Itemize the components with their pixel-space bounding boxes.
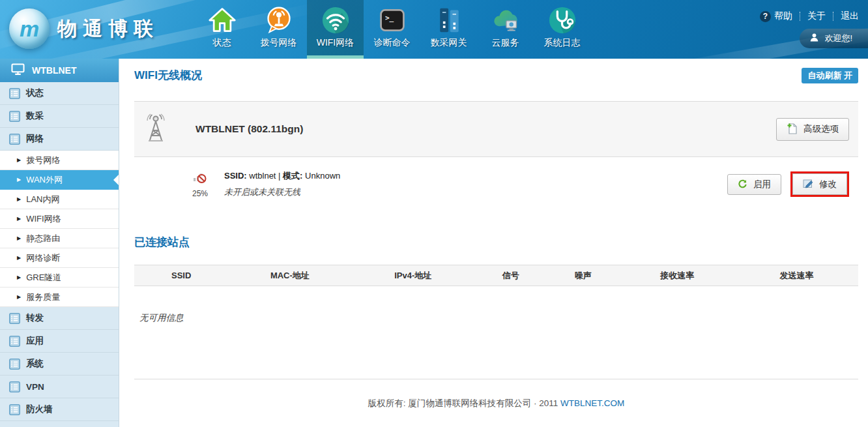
sidebar-item-forward[interactable]: 转发 <box>0 307 119 330</box>
sidebar-item-static-route[interactable]: ▶静态路由 <box>0 229 119 248</box>
nav-tab-cloud-service[interactable]: 云服务 <box>477 0 534 59</box>
nav-tab-label: 云服务 <box>492 37 519 49</box>
wifi-ssid-row: 25% SSID: wtblnet | 模式: Unknown 未开启或未关联无… <box>134 157 858 215</box>
welcome-text: 欢迎您! <box>824 33 852 44</box>
sidebar-items: 状态数采网络▶拨号网络▶WAN外网▶LAN内网▶WIFI网络▶静态路由▶网络诊断… <box>0 82 119 421</box>
list-icon <box>9 359 20 370</box>
welcome-pill: 欢迎您! <box>800 29 868 48</box>
sidebar-filler-row <box>0 421 119 427</box>
list-icon <box>9 404 20 415</box>
list-icon <box>9 336 20 347</box>
sidebar-item-label: 拨号网络 <box>26 155 60 166</box>
list-icon <box>9 313 20 324</box>
nav-tab-label: 状态 <box>213 37 231 49</box>
column-header: MAC-地址 <box>228 270 351 282</box>
page-plus-icon <box>787 123 798 136</box>
list-icon <box>9 134 20 145</box>
nav-tab-system-log[interactable]: 系统日志 <box>534 0 590 59</box>
brand-logo-glyph: m <box>20 16 39 42</box>
nav-tab-dial-network[interactable]: 拨号网络 <box>250 0 307 59</box>
copyright-text: 版权所有: 厦门物通博联网络科技有限公司 · 2011 <box>368 398 560 408</box>
sidebar-item-vpn[interactable]: VPN <box>0 375 119 398</box>
auto-refresh-toggle[interactable]: 自动刷新 开 <box>802 68 858 83</box>
logout-link-label: 退出 <box>841 10 859 22</box>
arrow-right-icon: ▶ <box>17 274 21 280</box>
sidebar-item-system[interactable]: 系统 <box>0 353 119 375</box>
stations-table-header: SSIDMAC-地址IPv4-地址信号噪声接收速率发送速率 <box>134 265 858 286</box>
sidebar-item-label: 服务质量 <box>26 291 60 303</box>
modify-button[interactable]: 修改 <box>792 173 847 195</box>
logout-link[interactable]: 退出 <box>841 10 859 22</box>
broadcast-bubble-icon <box>265 5 293 36</box>
highlight-red-box: 修改 <box>790 171 849 197</box>
nav-tab-label: 数采网关 <box>431 37 467 49</box>
signal-percent: 25% <box>186 189 214 198</box>
sidebar-item-gre-tunnel[interactable]: ▶GRE隧道 <box>0 268 119 287</box>
enable-button-label: 启用 <box>753 179 771 190</box>
enable-button[interactable]: 启用 <box>727 174 781 195</box>
nav-tab-diagnostic-command[interactable]: >_ 诊断命令 <box>364 0 420 59</box>
nav-tab-label: 诊断命令 <box>374 37 411 49</box>
sidebar-title: WTBLNET <box>32 65 76 76</box>
advanced-options-label: 高级选项 <box>803 123 839 135</box>
sidebar-item-wan[interactable]: ▶WAN外网 <box>0 170 119 190</box>
wtblnet-link[interactable]: WTBLNET.COM <box>560 398 624 408</box>
sidebar-item-status[interactable]: 状态 <box>0 82 119 105</box>
sidebar-item-data-collect[interactable]: 数采 <box>0 105 119 128</box>
list-icon <box>9 88 20 99</box>
sidebar-item-net-diagnosis[interactable]: ▶网络诊断 <box>0 248 119 268</box>
sidebar-item-dial-network[interactable]: ▶拨号网络 <box>0 151 119 170</box>
nav-tab-data-gateway[interactable]: 数采网关 <box>420 0 477 59</box>
ssid-mode-line: SSID: wtblnet | 模式: Unknown <box>224 170 340 182</box>
nav-tab-label: 拨号网络 <box>261 37 297 49</box>
nav-tab-wifi-network[interactable]: WIFI网络 <box>307 0 364 59</box>
column-header: 噪声 <box>547 270 619 282</box>
help-link-label: 帮助 <box>774 10 792 22</box>
nav-tab-label: 系统日志 <box>544 37 581 49</box>
header-links: ? 帮助 关于 退出 <box>760 10 859 22</box>
column-header: 信号 <box>474 270 547 282</box>
sidebar-item-wifi-network[interactable]: ▶WIFI网络 <box>0 209 119 229</box>
connected-stations-title: 已连接站点 <box>134 235 858 250</box>
sidebar-item-label: 状态 <box>26 87 44 99</box>
sidebar-item-label: 网络诊断 <box>26 252 60 264</box>
top-header: m 物通博联 状态 拨号网络 WIFI网络 >_ 诊断命令 <box>0 0 868 59</box>
about-link-label: 关于 <box>807 10 826 22</box>
sidebar-item-label: VPN <box>26 382 44 392</box>
sidebar-item-label: LAN内网 <box>26 194 59 205</box>
brand-logo: m <box>9 8 50 49</box>
sidebar-item-label: 网络 <box>26 133 44 145</box>
nav-tab-label: WIFI网络 <box>317 37 354 49</box>
about-link[interactable]: 关于 <box>807 10 826 22</box>
sidebar-item-label: 转发 <box>26 312 44 324</box>
nav-tab-status[interactable]: 状态 <box>194 0 250 59</box>
list-icon <box>9 111 20 122</box>
divider <box>833 12 833 21</box>
modify-button-label: 修改 <box>819 179 837 190</box>
sidebar-item-label: 应用 <box>26 335 44 347</box>
sidebar-header: WTBLNET <box>0 59 119 82</box>
arrow-right-icon: ▶ <box>17 157 21 163</box>
help-link[interactable]: ? 帮助 <box>760 10 792 22</box>
arrow-right-icon: ▶ <box>17 235 21 241</box>
wifi-icon <box>321 5 351 36</box>
arrow-right-icon: ▶ <box>17 294 21 300</box>
sidebar-item-label: WIFI网络 <box>26 213 61 225</box>
wifi-device-title: WTBLNET (802.11bgn) <box>195 123 303 135</box>
sidebar-item-lan[interactable]: ▶LAN内网 <box>0 190 119 209</box>
footer-divider <box>134 379 858 379</box>
advanced-options-button[interactable]: 高级选项 <box>776 118 849 141</box>
sidebar-item-apps[interactable]: 应用 <box>0 330 119 353</box>
arrow-right-icon: ▶ <box>17 216 21 222</box>
stethoscope-icon <box>547 5 577 36</box>
sidebar-item-network[interactable]: 网络 <box>0 128 119 151</box>
home-icon <box>208 5 237 36</box>
sidebar-item-qos[interactable]: ▶服务质量 <box>0 287 119 307</box>
arrow-right-icon: ▶ <box>17 255 21 261</box>
signal-disabled-icon <box>192 175 208 186</box>
sidebar-item-label: 数采 <box>26 110 44 122</box>
divider <box>800 12 800 21</box>
column-header: 发送速率 <box>735 270 858 282</box>
sidebar-item-firewall[interactable]: 防火墙 <box>0 398 119 421</box>
question-icon: ? <box>760 11 771 22</box>
